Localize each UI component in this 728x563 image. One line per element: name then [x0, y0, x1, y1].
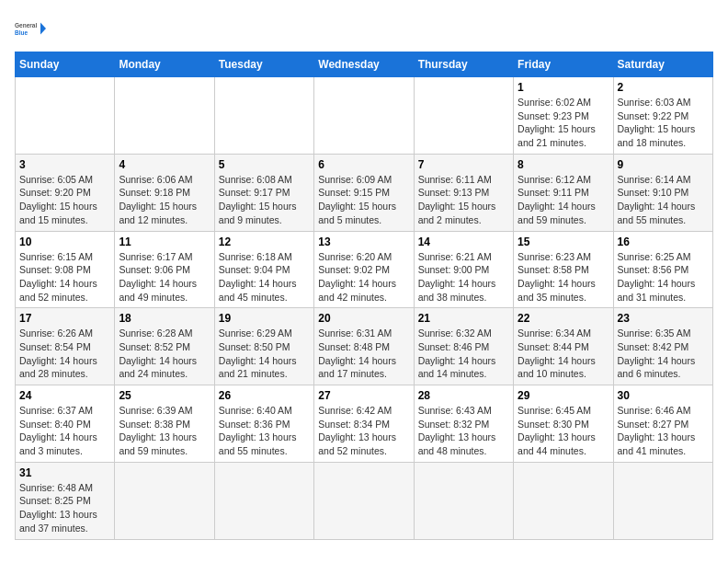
- day-number: 13: [318, 236, 409, 248]
- day-cell-empty: [115, 77, 214, 155]
- day-info: Sunrise: 6:29 AM Sunset: 8:50 PM Dayligh…: [219, 327, 310, 381]
- col-header-thursday: Thursday: [414, 52, 513, 77]
- col-header-monday: Monday: [115, 52, 214, 77]
- day-number: 21: [418, 312, 509, 325]
- day-info: Sunrise: 6:20 AM Sunset: 9:02 PM Dayligh…: [318, 250, 409, 304]
- svg-text:General: General: [15, 22, 37, 29]
- day-cell-24: 24Sunrise: 6:37 AM Sunset: 8:40 PM Dayli…: [16, 385, 115, 463]
- day-cell-empty: [613, 462, 712, 539]
- day-number: 17: [19, 312, 110, 325]
- week-row-6: 31Sunrise: 6:48 AM Sunset: 8:25 PM Dayli…: [16, 462, 713, 539]
- day-number: 12: [219, 236, 310, 248]
- week-row-2: 3Sunrise: 6:05 AM Sunset: 9:20 PM Daylig…: [16, 154, 713, 231]
- day-cell-2: 2Sunrise: 6:03 AM Sunset: 9:22 PM Daylig…: [613, 77, 712, 155]
- day-cell-27: 27Sunrise: 6:42 AM Sunset: 8:34 PM Dayli…: [314, 385, 414, 463]
- day-number: 29: [518, 389, 609, 402]
- day-cell-8: 8Sunrise: 6:12 AM Sunset: 9:11 PM Daylig…: [514, 154, 613, 231]
- day-cell-29: 29Sunrise: 6:45 AM Sunset: 8:30 PM Dayli…: [514, 385, 613, 463]
- day-cell-28: 28Sunrise: 6:43 AM Sunset: 8:32 PM Dayli…: [414, 385, 513, 463]
- day-number: 5: [219, 158, 310, 171]
- day-cell-10: 10Sunrise: 6:15 AM Sunset: 9:08 PM Dayli…: [16, 231, 115, 308]
- day-cell-15: 15Sunrise: 6:23 AM Sunset: 8:58 PM Dayli…: [514, 231, 613, 308]
- day-number: 7: [418, 158, 509, 171]
- day-number: 31: [19, 466, 110, 479]
- svg-marker-2: [40, 23, 46, 35]
- day-cell-9: 9Sunrise: 6:14 AM Sunset: 9:10 PM Daylig…: [613, 154, 712, 231]
- logo: GeneralBlue: [15, 15, 48, 42]
- day-info: Sunrise: 6:25 AM Sunset: 8:56 PM Dayligh…: [618, 250, 709, 304]
- day-info: Sunrise: 6:26 AM Sunset: 8:54 PM Dayligh…: [19, 327, 110, 381]
- day-number: 4: [119, 158, 210, 171]
- day-number: 27: [318, 389, 409, 402]
- day-info: Sunrise: 6:14 AM Sunset: 9:10 PM Dayligh…: [618, 173, 709, 227]
- calendar-table: SundayMondayTuesdayWednesdayThursdayFrid…: [15, 52, 713, 540]
- day-number: 9: [618, 158, 709, 171]
- day-info: Sunrise: 6:35 AM Sunset: 8:42 PM Dayligh…: [618, 327, 709, 381]
- header: GeneralBlue: [15, 15, 713, 42]
- day-cell-23: 23Sunrise: 6:35 AM Sunset: 8:42 PM Dayli…: [613, 308, 712, 385]
- day-cell-empty: [214, 77, 313, 155]
- day-number: 3: [19, 158, 110, 171]
- day-cell-22: 22Sunrise: 6:34 AM Sunset: 8:44 PM Dayli…: [514, 308, 613, 385]
- day-cell-11: 11Sunrise: 6:17 AM Sunset: 9:06 PM Dayli…: [115, 231, 214, 308]
- day-number: 10: [19, 236, 110, 248]
- day-cell-empty: [16, 77, 115, 155]
- day-info: Sunrise: 6:48 AM Sunset: 8:25 PM Dayligh…: [19, 481, 110, 535]
- day-cell-18: 18Sunrise: 6:28 AM Sunset: 8:52 PM Dayli…: [115, 308, 214, 385]
- week-row-1: 1Sunrise: 6:02 AM Sunset: 9:23 PM Daylig…: [16, 77, 713, 155]
- day-info: Sunrise: 6:12 AM Sunset: 9:11 PM Dayligh…: [518, 173, 609, 227]
- day-cell-20: 20Sunrise: 6:31 AM Sunset: 8:48 PM Dayli…: [314, 308, 414, 385]
- day-number: 11: [119, 236, 210, 248]
- day-cell-7: 7Sunrise: 6:11 AM Sunset: 9:13 PM Daylig…: [414, 154, 513, 231]
- day-cell-empty: [314, 462, 414, 539]
- day-number: 16: [618, 236, 709, 248]
- day-number: 6: [318, 158, 409, 171]
- day-cell-30: 30Sunrise: 6:46 AM Sunset: 8:27 PM Dayli…: [613, 385, 712, 463]
- day-info: Sunrise: 6:05 AM Sunset: 9:20 PM Dayligh…: [19, 173, 110, 227]
- day-cell-17: 17Sunrise: 6:26 AM Sunset: 8:54 PM Dayli…: [16, 308, 115, 385]
- day-cell-19: 19Sunrise: 6:29 AM Sunset: 8:50 PM Dayli…: [214, 308, 313, 385]
- day-number: 14: [418, 236, 509, 248]
- day-info: Sunrise: 6:23 AM Sunset: 8:58 PM Dayligh…: [518, 250, 609, 304]
- day-cell-empty: [514, 462, 613, 539]
- day-info: Sunrise: 6:08 AM Sunset: 9:17 PM Dayligh…: [219, 173, 310, 227]
- day-number: 15: [518, 236, 609, 248]
- svg-text:Blue: Blue: [15, 29, 28, 36]
- day-number: 20: [318, 312, 409, 325]
- page-container: GeneralBlue SundayMondayTuesdayWednesday…: [15, 15, 713, 540]
- day-cell-empty: [214, 462, 313, 539]
- logo-svg: GeneralBlue: [15, 15, 48, 42]
- day-info: Sunrise: 6:40 AM Sunset: 8:36 PM Dayligh…: [219, 404, 310, 458]
- day-number: 30: [618, 389, 709, 402]
- day-number: 19: [219, 312, 310, 325]
- day-number: 23: [618, 312, 709, 325]
- day-cell-25: 25Sunrise: 6:39 AM Sunset: 8:38 PM Dayli…: [115, 385, 214, 463]
- day-info: Sunrise: 6:21 AM Sunset: 9:00 PM Dayligh…: [418, 250, 509, 304]
- day-info: Sunrise: 6:09 AM Sunset: 9:15 PM Dayligh…: [318, 173, 409, 227]
- day-cell-26: 26Sunrise: 6:40 AM Sunset: 8:36 PM Dayli…: [214, 385, 313, 463]
- day-number: 2: [618, 81, 709, 94]
- day-info: Sunrise: 6:34 AM Sunset: 8:44 PM Dayligh…: [518, 327, 609, 381]
- day-info: Sunrise: 6:17 AM Sunset: 9:06 PM Dayligh…: [119, 250, 210, 304]
- day-number: 18: [119, 312, 210, 325]
- day-info: Sunrise: 6:46 AM Sunset: 8:27 PM Dayligh…: [618, 404, 709, 458]
- day-cell-4: 4Sunrise: 6:06 AM Sunset: 9:18 PM Daylig…: [115, 154, 214, 231]
- day-cell-13: 13Sunrise: 6:20 AM Sunset: 9:02 PM Dayli…: [314, 231, 414, 308]
- col-header-sunday: Sunday: [16, 52, 115, 77]
- day-number: 22: [518, 312, 609, 325]
- day-info: Sunrise: 6:31 AM Sunset: 8:48 PM Dayligh…: [318, 327, 409, 381]
- day-cell-5: 5Sunrise: 6:08 AM Sunset: 9:17 PM Daylig…: [214, 154, 313, 231]
- col-header-friday: Friday: [514, 52, 613, 77]
- day-info: Sunrise: 6:39 AM Sunset: 8:38 PM Dayligh…: [119, 404, 210, 458]
- col-header-wednesday: Wednesday: [314, 52, 414, 77]
- week-row-4: 17Sunrise: 6:26 AM Sunset: 8:54 PM Dayli…: [16, 308, 713, 385]
- day-info: Sunrise: 6:45 AM Sunset: 8:30 PM Dayligh…: [518, 404, 609, 458]
- week-row-3: 10Sunrise: 6:15 AM Sunset: 9:08 PM Dayli…: [16, 231, 713, 308]
- day-info: Sunrise: 6:15 AM Sunset: 9:08 PM Dayligh…: [19, 250, 110, 304]
- day-info: Sunrise: 6:06 AM Sunset: 9:18 PM Dayligh…: [119, 173, 210, 227]
- day-number: 1: [518, 81, 609, 94]
- day-number: 24: [19, 389, 110, 402]
- header-row: SundayMondayTuesdayWednesdayThursdayFrid…: [16, 52, 713, 77]
- week-row-5: 24Sunrise: 6:37 AM Sunset: 8:40 PM Dayli…: [16, 385, 713, 463]
- day-info: Sunrise: 6:18 AM Sunset: 9:04 PM Dayligh…: [219, 250, 310, 304]
